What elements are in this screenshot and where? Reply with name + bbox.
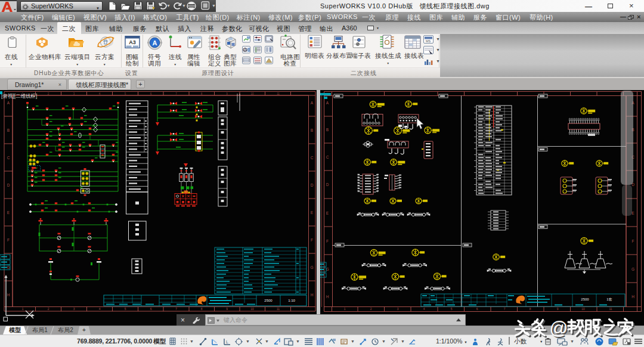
svg-text:L: L [226,340,228,344]
svg-text:H: H [326,295,329,299]
svg-text:3: 3 [397,308,399,311]
svg-text:G: G [631,267,634,271]
svg-text:10: 10 [581,308,585,311]
svg-text:C: C [326,155,329,159]
svg-text:1: 1 [344,308,346,311]
svg-text:B: B [326,128,329,132]
svg-text:F: F [311,238,313,242]
svg-text:2: 2 [370,308,372,311]
svg-text:G: G [310,265,313,269]
svg-text:A3: A3 [129,39,136,45]
svg-text:1:10: 1:10 [288,299,295,302]
svg-text:E: E [326,211,329,215]
svg-text:9: 9 [557,308,559,311]
svg-text:6: 6 [150,308,152,311]
svg-text:MS: MS [426,39,431,43]
svg-text:5: 5 [451,308,453,311]
svg-text:9: 9 [226,308,228,311]
svg-text:F: F [632,239,634,243]
svg-text:2500: 2500 [264,299,273,302]
svg-text:H: H [631,295,634,299]
svg-text:4: 4 [99,308,101,311]
svg-text:E: E [311,210,314,215]
svg-text:1套: 1套 [606,298,612,301]
svg-text:7: 7 [175,308,177,311]
svg-text:B: B [311,128,313,132]
svg-text:A: A [7,101,10,105]
svg-text:10: 10 [250,308,254,311]
svg-text:6: 6 [476,308,478,311]
svg-text:4: 4 [423,308,425,311]
svg-text:A: A [153,39,157,47]
svg-text:E: E [7,210,10,215]
svg-text:C: C [311,156,314,160]
svg-text:E: E [631,211,634,215]
svg-text:7: 7 [504,308,506,311]
svg-text:2: 2 [48,308,49,311]
svg-text:11: 11 [609,308,612,311]
svg-text:C: C [7,156,10,160]
svg-text:11: 11 [277,308,280,311]
svg-text:G: G [7,265,10,269]
svg-text:A: A [244,48,247,52]
svg-text:D: D [326,182,329,187]
svg-text:11: 11 [277,92,280,95]
svg-text:F: F [326,239,329,243]
svg-text:5: 5 [125,308,126,311]
svg-text:H: H [311,293,314,297]
svg-text:D: D [311,183,314,187]
svg-text:3: 3 [73,308,75,311]
svg-text:H: H [7,293,10,297]
svg-text:A: A [326,101,329,105]
svg-text:B: B [7,128,10,132]
svg-text:8: 8 [530,308,531,311]
svg-text:A: A [311,101,314,105]
svg-text:2500: 2500 [581,298,589,301]
svg-text:D: D [7,183,10,187]
svg-text:8: 8 [201,308,203,311]
svg-text:10: 10 [250,92,254,95]
svg-text:[俯视][二维线框]: [俯视][二维线框] [1,93,37,99]
svg-text:1: 1 [22,308,24,311]
svg-text:@: @ [549,318,568,339]
svg-text:F: F [7,238,10,242]
